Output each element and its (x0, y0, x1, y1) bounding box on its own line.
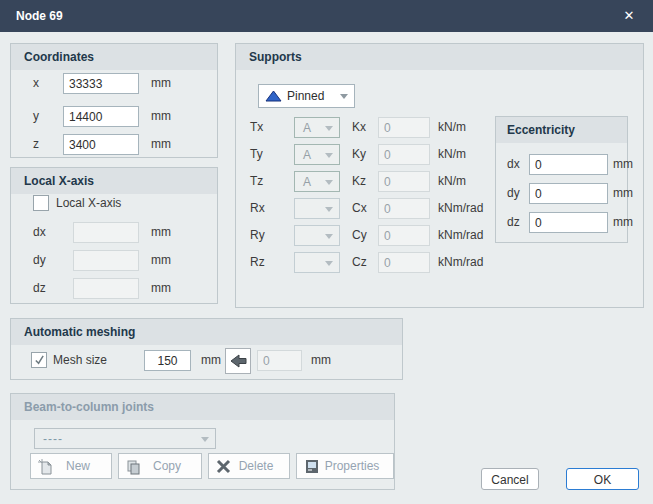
eccentricity-panel: Eccentricity dx mm dy mm dz mm (495, 116, 628, 243)
support-type-dropdown[interactable]: Pinned (258, 84, 355, 108)
local-x-axis-panel-title: Local X-axis (11, 168, 217, 194)
kx-unit: kN/m (438, 117, 466, 138)
cy-unit: kNm/rad (438, 225, 483, 246)
chevron-down-icon (325, 207, 333, 212)
local-dz-label: dz (33, 278, 46, 299)
dof-tx-dropdown: A (294, 117, 340, 138)
new-joint-button: New (30, 453, 112, 479)
kx-label: Kx (352, 117, 366, 138)
mesh-size-input[interactable] (144, 350, 191, 371)
copy-joint-button: Copy (118, 453, 202, 479)
delete-icon (215, 458, 232, 478)
copy-icon (125, 458, 142, 478)
local-dz-input (73, 278, 139, 299)
coord-z-input[interactable] (63, 134, 139, 155)
mesh-size-checkbox-label: Mesh size (53, 350, 107, 371)
title-bar: Node 69 ✕ (0, 0, 653, 32)
cy-label: Cy (352, 225, 367, 246)
mesh-size-unit: mm (201, 350, 221, 371)
joint-properties-button: Properties (296, 453, 394, 479)
close-icon[interactable]: ✕ (619, 6, 639, 26)
dof-tz-label: Tz (250, 171, 263, 192)
cz-label: Cz (352, 252, 367, 273)
chevron-down-icon (340, 94, 348, 99)
cx-label: Cx (352, 198, 367, 219)
copy-joint-button-label: Copy (153, 459, 181, 473)
delete-joint-button: Delete (208, 453, 290, 479)
ecc-dx-unit: mm (613, 154, 633, 175)
ky-input (378, 144, 430, 165)
dof-tz-dropdown: A (294, 171, 340, 192)
coord-x-unit: mm (151, 73, 171, 94)
dof-tx-label: Tx (250, 117, 263, 138)
support-type-value: Pinned (287, 89, 324, 103)
new-document-icon (37, 458, 54, 478)
ecc-dz-label: dz (507, 212, 520, 233)
chevron-down-icon (325, 126, 333, 131)
dof-ty-label: Ty (250, 144, 263, 165)
ky-unit: kN/m (438, 144, 466, 165)
joint-type-dropdown: ---- (34, 428, 216, 449)
pinned-support-icon (265, 90, 282, 102)
delete-joint-button-label: Delete (239, 459, 274, 473)
kz-input (378, 171, 430, 192)
eccentricity-panel-title: Eccentricity (496, 117, 627, 143)
cx-input (378, 198, 430, 219)
ok-button[interactable]: OK (566, 468, 639, 490)
dof-rz-dropdown (294, 252, 340, 273)
cz-input (378, 252, 430, 273)
local-x-axis-panel: Local X-axis Local X-axis dx mm dy mm dz… (10, 167, 218, 304)
chevron-down-icon (325, 261, 333, 266)
cx-unit: kNm/rad (438, 198, 483, 219)
mesh-size-checkbox[interactable] (31, 352, 47, 368)
local-dx-input (73, 222, 139, 243)
ecc-dy-input[interactable] (529, 183, 608, 204)
coordinates-panel: Coordinates x mm y mm z mm (10, 43, 218, 158)
cancel-button[interactable]: Cancel (481, 468, 539, 490)
cz-unit: kNm/rad (438, 252, 483, 273)
dof-tz-dropdown-value: A (303, 175, 311, 189)
chevron-down-icon (325, 234, 333, 239)
mesh-target-input (257, 350, 302, 371)
dof-rz-label: Rz (250, 252, 265, 273)
local-x-axis-checkbox-label: Local X-axis (56, 193, 121, 214)
local-x-axis-checkbox[interactable] (33, 195, 49, 211)
dof-rx-dropdown (294, 198, 340, 219)
ecc-dy-label: dy (507, 183, 520, 204)
automatic-meshing-panel-title: Automatic meshing (11, 319, 402, 345)
new-joint-button-label: New (66, 459, 90, 473)
automatic-meshing-panel: Automatic meshing Mesh size mm mm (10, 318, 403, 380)
cy-input (378, 225, 430, 246)
beam-to-column-joints-panel-title: Beam-to-column joints (11, 394, 394, 420)
dof-tx-dropdown-value: A (303, 121, 311, 135)
coord-z-unit: mm (151, 134, 171, 155)
arrow-left-icon (230, 354, 247, 368)
local-dy-input (73, 250, 139, 271)
chevron-down-icon (325, 180, 333, 185)
chevron-down-icon (201, 437, 209, 442)
supports-panel-title: Supports (236, 44, 643, 70)
kx-input (378, 117, 430, 138)
dof-ty-dropdown: A (294, 144, 340, 165)
local-dz-unit: mm (151, 278, 171, 299)
dof-rx-label: Rx (250, 198, 265, 219)
coord-y-input[interactable] (63, 106, 139, 127)
coord-x-input[interactable] (63, 73, 139, 94)
mesh-target-unit: mm (311, 350, 331, 371)
ecc-dz-input[interactable] (529, 212, 608, 233)
joint-properties-button-label: Properties (325, 459, 380, 473)
apply-mesh-size-button[interactable] (225, 348, 251, 374)
coord-z-label: z (33, 134, 39, 155)
coord-y-label: y (33, 106, 39, 127)
local-dx-unit: mm (151, 222, 171, 243)
local-dy-unit: mm (151, 250, 171, 271)
local-dx-label: dx (33, 222, 46, 243)
beam-to-column-joints-panel: Beam-to-column joints ---- New Copy Dele… (10, 393, 395, 490)
chevron-down-icon (325, 153, 333, 158)
dof-ry-label: Ry (250, 225, 265, 246)
properties-icon (303, 458, 320, 478)
ecc-dx-input[interactable] (529, 154, 608, 175)
dof-ty-dropdown-value: A (303, 148, 311, 162)
local-dy-label: dy (33, 250, 46, 271)
check-icon (34, 355, 45, 366)
